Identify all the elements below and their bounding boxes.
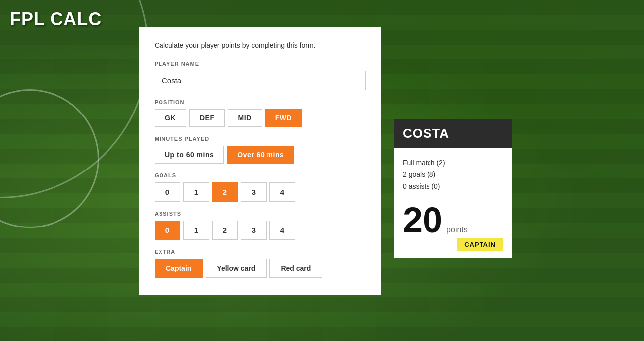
goals-0[interactable]: 0 <box>155 182 180 202</box>
app-title: FPL CALC <box>10 9 102 30</box>
assists-1[interactable]: 1 <box>183 221 209 240</box>
extra-label: EXTRA <box>155 249 366 255</box>
assists-0[interactable]: 0 <box>155 221 180 240</box>
goals-3[interactable]: 3 <box>241 182 267 202</box>
player-name-label: PLAYER NAME <box>155 61 366 67</box>
result-score-label: points <box>446 226 468 234</box>
result-card-body: Full match (2) 2 goals (8) 0 assists (0)… <box>394 148 512 258</box>
minutes-over-60[interactable]: Over 60 mins <box>227 146 294 164</box>
minutes-label: MINUTES PLAYED <box>155 136 366 142</box>
captain-badge: CAPTAIN <box>403 238 503 251</box>
extra-captain[interactable]: Captain <box>155 259 203 278</box>
assists-2[interactable]: 2 <box>212 221 238 240</box>
result-line-2: 2 goals (8) <box>403 169 503 181</box>
result-line-1: Full match (2) <box>403 157 503 169</box>
goals-4[interactable]: 4 <box>269 182 295 202</box>
minutes-up-to-60[interactable]: Up to 60 mins <box>155 146 224 164</box>
goals-group: 0 1 2 3 4 <box>155 182 366 202</box>
position-gk[interactable]: GK <box>155 109 186 127</box>
result-card: COSTA Full match (2) 2 goals (8) 0 assis… <box>394 119 512 258</box>
assists-3[interactable]: 3 <box>241 221 267 240</box>
result-score: 20 <box>403 202 442 238</box>
player-name-input[interactable] <box>155 71 366 90</box>
goals-2[interactable]: 2 <box>212 182 238 202</box>
position-group: GK DEF MID FWD <box>155 109 366 127</box>
form-panel: Calculate your player points by completi… <box>139 27 381 295</box>
captain-tag: CAPTAIN <box>457 238 503 251</box>
assists-4[interactable]: 4 <box>269 221 295 240</box>
position-mid[interactable]: MID <box>228 109 262 127</box>
assists-label: ASSISTS <box>155 211 366 217</box>
form-subtitle: Calculate your player points by completi… <box>155 41 366 49</box>
position-label: POSITION <box>155 99 366 105</box>
extra-group: Captain Yellow card Red card <box>155 259 366 278</box>
assists-group: 0 1 2 3 4 <box>155 221 366 240</box>
extra-red-card[interactable]: Red card <box>269 259 322 278</box>
goals-label: GOALS <box>155 172 366 178</box>
result-card-header: COSTA <box>394 119 512 148</box>
extra-yellow-card[interactable]: Yellow card <box>206 259 267 278</box>
position-def[interactable]: DEF <box>189 109 225 127</box>
minutes-group: Up to 60 mins Over 60 mins <box>155 146 366 164</box>
goals-1[interactable]: 1 <box>183 182 209 202</box>
position-fwd[interactable]: FWD <box>265 109 302 127</box>
result-line-3: 0 assists (0) <box>403 181 503 193</box>
